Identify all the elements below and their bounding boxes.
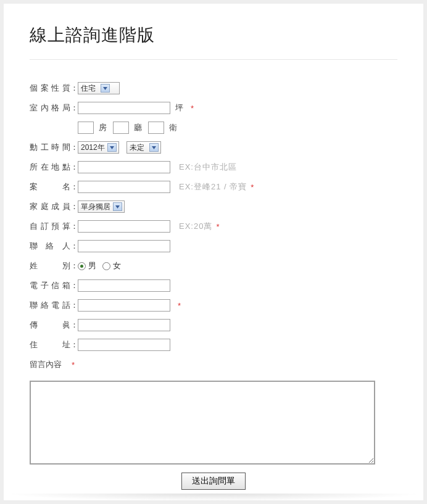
submit-button[interactable]: 送出詢問單 — [181, 473, 246, 490]
row-layout-sub: 房 廳 衛 — [30, 120, 397, 135]
row-email: 電子信箱 ： — [30, 278, 397, 293]
label-phone: 聯絡電話 — [30, 300, 70, 311]
label-budget: 自訂預算 — [30, 221, 70, 232]
row-layout: 室內格局 ： 坪* — [30, 101, 397, 115]
row-gender: 姓 別 ： 男 女 — [30, 258, 397, 273]
label-email: 電子信箱 — [30, 280, 70, 291]
divider — [30, 59, 397, 60]
label-address: 住 址 — [30, 339, 70, 350]
row-fax: 傳 眞 ： — [30, 318, 397, 333]
gender-male-label: 男 — [88, 260, 96, 271]
message-textarea[interactable] — [30, 381, 375, 465]
layout-ping-input[interactable] — [78, 102, 170, 114]
halls-input[interactable] — [113, 122, 129, 134]
chevron-down-icon — [149, 143, 159, 152]
row-start-time: 動工時間 ： 2012年 未定 — [30, 140, 397, 155]
row-budget: 自訂預算 ： EX:20萬* — [30, 219, 397, 234]
label-location: 所在地點 — [30, 162, 70, 173]
row-family: 家庭成員 ： 單身獨居 — [30, 199, 397, 214]
unit-room: 房 — [99, 122, 107, 133]
phone-input[interactable] — [78, 299, 170, 312]
required-mark: * — [251, 183, 254, 192]
location-input[interactable] — [78, 161, 170, 173]
required-mark: * — [191, 104, 194, 113]
row-contact: 聯 絡 人 ： — [30, 239, 397, 254]
baths-input[interactable] — [148, 122, 164, 134]
gender-female-radio[interactable] — [102, 262, 110, 270]
case-type-select[interactable]: 住宅 — [78, 82, 120, 94]
contact-input[interactable] — [78, 240, 170, 252]
label-contact: 聯 絡 人 — [30, 241, 70, 252]
row-case-type: 個案性質 ： 住宅 — [30, 81, 397, 96]
email-input[interactable] — [78, 279, 170, 292]
unit-ping: 坪 — [175, 102, 183, 114]
required-mark: * — [216, 222, 219, 231]
case-name-input[interactable] — [78, 181, 170, 193]
chevron-down-icon — [107, 143, 117, 152]
address-input[interactable] — [78, 339, 170, 351]
row-message-label: 留言內容* — [30, 357, 397, 372]
gender-female-label: 女 — [113, 260, 121, 271]
label-case-type: 個案性質 — [30, 83, 70, 94]
label-start-time: 動工時間 — [30, 142, 70, 153]
form-card: 線上諮詢進階版 個案性質 ： 住宅 室內格局 ： 坪* 房 廳 — [4, 4, 423, 500]
label-fax: 傳 眞 — [30, 320, 70, 331]
year-select[interactable]: 2012年 — [78, 141, 119, 154]
month-select[interactable]: 未定 — [126, 141, 161, 154]
label-message: 留言內容 — [30, 359, 70, 370]
gender-male-radio[interactable] — [78, 262, 86, 270]
submit-row: 送出詢問單 — [30, 473, 397, 490]
page-title: 線上諮詢進階版 — [30, 23, 397, 47]
fax-input[interactable] — [78, 319, 170, 331]
label-layout: 室內格局 — [30, 102, 70, 114]
unit-hall: 廳 — [134, 122, 142, 133]
rooms-input[interactable] — [78, 122, 94, 134]
required-mark: * — [178, 301, 181, 310]
family-select[interactable]: 單身獨居 — [78, 200, 125, 213]
unit-bath: 衛 — [169, 122, 177, 133]
row-location: 所在地點 ： EX:台中市北區 — [30, 160, 397, 175]
row-case-name: 案 名 ： EX:登峰21 / 帝寶* — [30, 180, 397, 194]
budget-input[interactable] — [78, 220, 170, 233]
row-address: 住 址 ： — [30, 337, 397, 352]
chevron-down-icon — [113, 202, 122, 211]
row-phone: 聯絡電話 ： * — [30, 298, 397, 313]
label-family: 家庭成員 — [30, 201, 70, 212]
label-case-name: 案 名 — [30, 181, 70, 192]
hint-location: EX:台中市北區 — [179, 162, 237, 173]
footer-shadow — [4, 494, 423, 501]
chevron-down-icon — [101, 84, 110, 93]
hint-budget: EX:20萬 — [179, 221, 212, 232]
required-mark: * — [72, 360, 75, 370]
label-gender: 姓 別 — [30, 260, 70, 271]
hint-case-name: EX:登峰21 / 帝寶 — [179, 181, 247, 192]
